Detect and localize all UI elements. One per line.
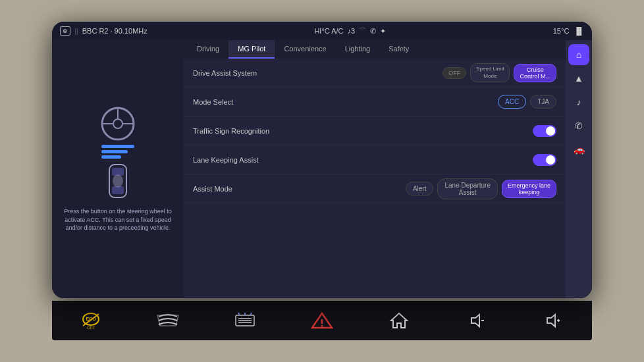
- mode-acc-btn[interactable]: ACC: [498, 95, 526, 109]
- traffic-sign-controls: [533, 125, 556, 137]
- car-diagram: [100, 106, 136, 201]
- tab-driving[interactable]: Driving: [188, 40, 228, 59]
- volume-up-button[interactable]: [537, 304, 570, 337]
- car-icon: 🚗: [574, 144, 585, 155]
- nav-car-btn[interactable]: 🚗: [568, 139, 589, 160]
- traffic-sign-row: Traffic Sign Recognition: [184, 116, 566, 145]
- left-panel: Press the button on the steering wheel t…: [52, 40, 184, 298]
- settings-content: Drive Assist System OFF Speed LimitMode …: [184, 59, 566, 298]
- mode-select-controls: ACC TJA: [498, 95, 556, 109]
- svg-marker-20: [391, 313, 407, 328]
- assist-mode-row: Assist Mode Alert Lane DepartureAssist E…: [184, 174, 566, 203]
- nav-music-btn[interactable]: ♪: [568, 91, 589, 113]
- speed-bar-3: [101, 155, 121, 159]
- svg-text:OFF: OFF: [87, 326, 95, 330]
- steering-wheel-svg: [100, 106, 136, 142]
- signal-icon: ▐▌: [574, 27, 584, 35]
- rear-defrost-icon: [233, 311, 257, 330]
- home-icon: ⌂: [576, 49, 581, 60]
- drive-assist-cruise-btn[interactable]: CruiseControl M...: [514, 64, 556, 82]
- drive-assist-controls: OFF Speed LimitMode CruiseControl M...: [443, 63, 556, 82]
- status-right: 15°C ▐▌: [553, 27, 584, 35]
- home-hw-button[interactable]: [383, 304, 416, 337]
- tabs-row: Driving MG Pilot Convenience Lighting Sa…: [184, 40, 566, 59]
- hazard-button[interactable]: [306, 304, 338, 337]
- settings-panel: Driving MG Pilot Convenience Lighting Sa…: [184, 40, 566, 298]
- nav-navigation-btn[interactable]: ▲: [568, 68, 589, 89]
- ac-status: HI°C A/C: [314, 27, 343, 35]
- hardware-buttons-bar: ECO OFF: [52, 301, 592, 340]
- radio-station: BBC R2 · 90.10MHz: [82, 27, 148, 35]
- status-center: HI°C A/C ♪3 ⌒ ✆ ✦: [314, 26, 386, 36]
- speed-bar-2: [101, 150, 128, 153]
- hazard-icon: [310, 311, 334, 330]
- infotainment-screen: ⊕ || BBC R2 · 90.10MHz HI°C A/C ♪3 ⌒ ✆ ✦…: [52, 22, 592, 298]
- svg-marker-21: [471, 315, 479, 326]
- front-defrost-icon: [156, 311, 180, 330]
- phone-icon: ✆: [370, 27, 376, 36]
- rear-defrost-button[interactable]: [228, 304, 261, 337]
- tab-safety[interactable]: Safety: [379, 40, 418, 59]
- volume-down-icon: [466, 311, 486, 330]
- front-defrost-button[interactable]: [151, 304, 184, 337]
- assist-emergency-btn[interactable]: Emergency lanekeeping: [502, 180, 556, 198]
- svg-point-19: [321, 325, 323, 327]
- eco-off-button[interactable]: ECO OFF: [74, 304, 107, 337]
- lane-keeping-label: Lane Keeping Assist: [193, 156, 533, 164]
- volume-up-icon: [543, 311, 563, 330]
- nav-sidebar: ⌂ ▲ ♪ ✆ 🚗: [566, 40, 592, 298]
- radio-icon: ⊕: [60, 26, 70, 36]
- traffic-sign-label: Traffic Sign Recognition: [193, 127, 533, 135]
- speed-bar-1: [101, 145, 134, 148]
- mode-tja-btn[interactable]: TJA: [530, 95, 556, 109]
- drive-assist-label: Drive Assist System: [193, 69, 443, 77]
- volume-down-button[interactable]: [460, 304, 493, 337]
- phone-icon: ✆: [575, 120, 583, 131]
- home-hw-icon: [389, 311, 409, 330]
- assist-alert-btn[interactable]: Alert: [406, 182, 434, 195]
- nav-icon: ▲: [574, 73, 583, 84]
- mode-select-label: Mode Select: [193, 98, 498, 106]
- music-icon: ♪3: [348, 27, 356, 35]
- nav-home-btn[interactable]: ⌂: [568, 44, 589, 65]
- main-area: Press the button on the steering wheel t…: [52, 40, 592, 298]
- assist-mode-controls: Alert Lane DepartureAssist Emergency lan…: [406, 178, 556, 199]
- drive-assist-row: Drive Assist System OFF Speed LimitMode …: [184, 59, 566, 88]
- status-left: ⊕ || BBC R2 · 90.10MHz: [60, 26, 148, 36]
- car-top-view-svg: [101, 161, 134, 201]
- wifi-icon: ⌒: [359, 26, 366, 36]
- lane-keeping-toggle[interactable]: [533, 154, 556, 166]
- tab-lighting[interactable]: Lighting: [336, 40, 380, 59]
- nav-phone-btn[interactable]: ✆: [568, 115, 589, 136]
- svg-marker-23: [547, 315, 555, 326]
- assist-lane-departure-btn[interactable]: Lane DepartureAssist: [437, 178, 498, 199]
- temperature: 15°C: [553, 27, 570, 35]
- svg-point-8: [113, 174, 123, 188]
- tab-convenience[interactable]: Convenience: [275, 40, 335, 59]
- status-bar: ⊕ || BBC R2 · 90.10MHz HI°C A/C ♪3 ⌒ ✆ ✦…: [52, 22, 592, 40]
- svg-point-1: [113, 119, 122, 128]
- drive-assist-speed-btn[interactable]: Speed LimitMode: [470, 63, 510, 82]
- tab-mg-pilot[interactable]: MG Pilot: [228, 40, 275, 59]
- eco-off-icon: ECO OFF: [79, 311, 103, 330]
- settings-icon: ✦: [380, 27, 386, 36]
- music-icon: ♪: [577, 97, 581, 107]
- lane-keeping-controls: [533, 154, 556, 166]
- assist-mode-label: Assist Mode: [193, 185, 406, 193]
- left-panel-description: Press the button on the steering wheel t…: [59, 207, 177, 232]
- traffic-sign-toggle[interactable]: [533, 125, 556, 137]
- speed-bars: [101, 145, 134, 159]
- mode-select-row: Mode Select ACC TJA: [184, 88, 566, 116]
- lane-keeping-row: Lane Keeping Assist: [184, 145, 566, 174]
- drive-assist-off-btn[interactable]: OFF: [443, 67, 466, 79]
